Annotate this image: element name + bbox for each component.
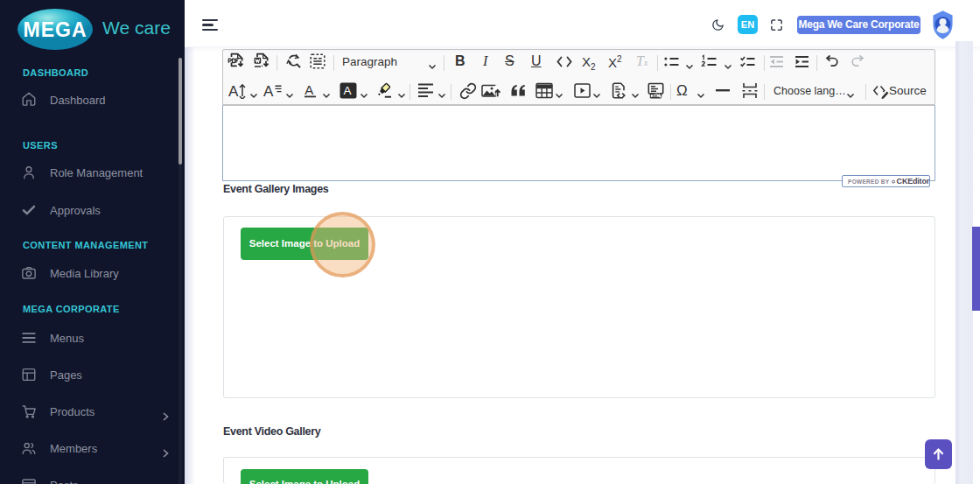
svg-text:A: A (228, 83, 239, 100)
svg-text:A: A (263, 83, 274, 100)
svg-text:A: A (343, 84, 351, 97)
svg-text:A: A (304, 82, 313, 97)
